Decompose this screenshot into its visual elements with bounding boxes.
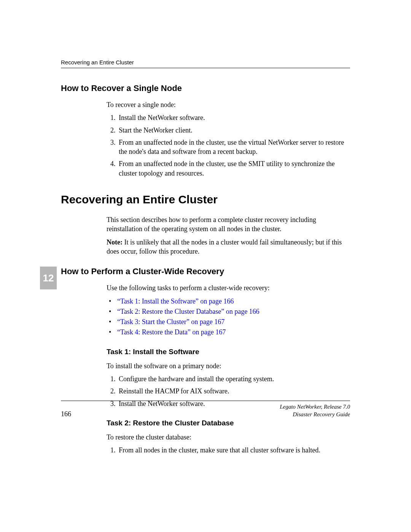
list-item: Start the NetWorker client.	[117, 126, 350, 135]
intro-text: To restore the cluster database:	[107, 433, 350, 442]
list-item: From an unaffected node in the cluster, …	[117, 159, 350, 178]
footer-guide: Disaster Recovery Guide	[280, 411, 350, 419]
running-header: Recovering an Entire Cluster	[61, 59, 350, 66]
list-item: “Task 4: Restore the Data” on page 167	[107, 328, 350, 337]
list-item: “Task 1: Install the Software” on page 1…	[107, 297, 350, 306]
header-rule	[61, 68, 350, 68]
task-links: “Task 1: Install the Software” on page 1…	[107, 297, 350, 337]
heading-task1: Task 1: Install the Software	[107, 348, 350, 356]
intro-text: To recover a single node:	[107, 100, 350, 109]
note-paragraph: Note: It is unlikely that all the nodes …	[107, 238, 350, 256]
section-cluster-wide-body: Use the following tasks to perform a clu…	[107, 283, 350, 337]
paragraph: This section describes how to perform a …	[107, 215, 350, 234]
section-entire-cluster-body: This section describes how to perform a …	[107, 215, 350, 256]
chapter-tab: 12	[40, 267, 57, 289]
heading-cluster-wide: How to Perform a Cluster-Wide Recovery	[61, 267, 350, 276]
intro-text: Use the following tasks to perform a clu…	[107, 283, 350, 292]
page-number: 166	[61, 403, 71, 418]
page-footer: 166 Legato NetWorker, Release 7.0 Disast…	[61, 401, 350, 418]
list-item: Install the NetWorker software.	[117, 113, 350, 122]
footer-rule	[61, 401, 350, 401]
section-single-node-body: To recover a single node: Install the Ne…	[107, 100, 350, 178]
task2-body: To restore the cluster database: From al…	[107, 433, 350, 455]
note-text: It is unlikely that all the nodes in a c…	[107, 238, 342, 255]
note-label: Note:	[107, 238, 123, 246]
heading-recover-single-node: How to Recover a Single Node	[61, 83, 350, 93]
list-item: Configure the hardware and install the o…	[117, 374, 350, 383]
list-item: From an unaffected node in the cluster, …	[117, 138, 350, 157]
xref-link[interactable]: “Task 3: Start the Cluster” on page 167	[117, 318, 225, 326]
xref-link[interactable]: “Task 4: Restore the Data” on page 167	[117, 328, 226, 336]
single-node-steps: Install the NetWorker software. Start th…	[107, 113, 350, 178]
task2-steps: From all nodes in the cluster, make sure…	[107, 446, 350, 455]
intro-text: To install the software on a primary nod…	[107, 361, 350, 371]
xref-link[interactable]: “Task 1: Install the Software” on page 1…	[117, 297, 234, 305]
heading-entire-cluster: Recovering an Entire Cluster	[61, 193, 350, 206]
list-item: “Task 2: Restore the Cluster Database” o…	[107, 307, 350, 316]
list-item: From all nodes in the cluster, make sure…	[117, 446, 350, 455]
list-item: Reinstall the HACMP for AIX software.	[117, 387, 350, 396]
list-item: “Task 3: Start the Cluster” on page 167	[107, 317, 350, 326]
footer-product: Legato NetWorker, Release 7.0	[280, 403, 350, 411]
xref-link[interactable]: “Task 2: Restore the Cluster Database” o…	[117, 308, 260, 315]
heading-task2: Task 2: Restore the Cluster Database	[107, 419, 350, 427]
